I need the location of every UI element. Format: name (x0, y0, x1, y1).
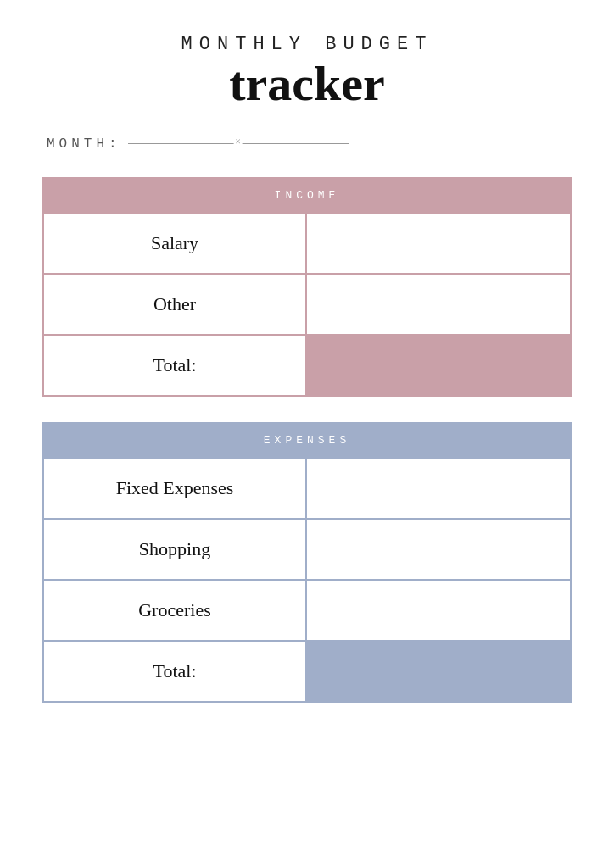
expenses-fixed-value[interactable] (307, 459, 570, 518)
month-row: MONTH: (42, 136, 572, 152)
expenses-groceries-label: Groceries (44, 581, 307, 640)
income-total-label: Total: (44, 336, 307, 395)
expenses-header: EXPENSES (44, 424, 570, 457)
income-other-label: Other (44, 275, 307, 334)
income-header: INCOME (44, 179, 570, 212)
expenses-section: EXPENSES Fixed Expenses Shopping Groceri… (42, 422, 572, 703)
income-row-total: Total: (44, 334, 570, 395)
expenses-row-total: Total: (44, 640, 570, 701)
month-label: MONTH: (47, 136, 121, 152)
expenses-shopping-label: Shopping (44, 520, 307, 579)
expenses-row-groceries: Groceries (44, 579, 570, 640)
expenses-fixed-label: Fixed Expenses (44, 459, 307, 518)
page-title-script: tracker (229, 57, 385, 111)
page-title-top: MONTHLY BUDGET (181, 34, 433, 55)
income-row-salary: Salary (44, 212, 570, 273)
income-total-value[interactable] (307, 336, 570, 395)
month-line (128, 143, 349, 144)
income-section: INCOME Salary Other Total: (42, 177, 572, 397)
income-salary-value[interactable] (307, 214, 570, 273)
expenses-total-label: Total: (44, 642, 307, 701)
income-other-value[interactable] (307, 275, 570, 334)
income-row-other: Other (44, 273, 570, 334)
expenses-total-value[interactable] (307, 642, 570, 701)
expenses-groceries-value[interactable] (307, 581, 570, 640)
expenses-row-fixed: Fixed Expenses (44, 457, 570, 518)
expenses-row-shopping: Shopping (44, 518, 570, 579)
expenses-shopping-value[interactable] (307, 520, 570, 579)
income-salary-label: Salary (44, 214, 307, 273)
